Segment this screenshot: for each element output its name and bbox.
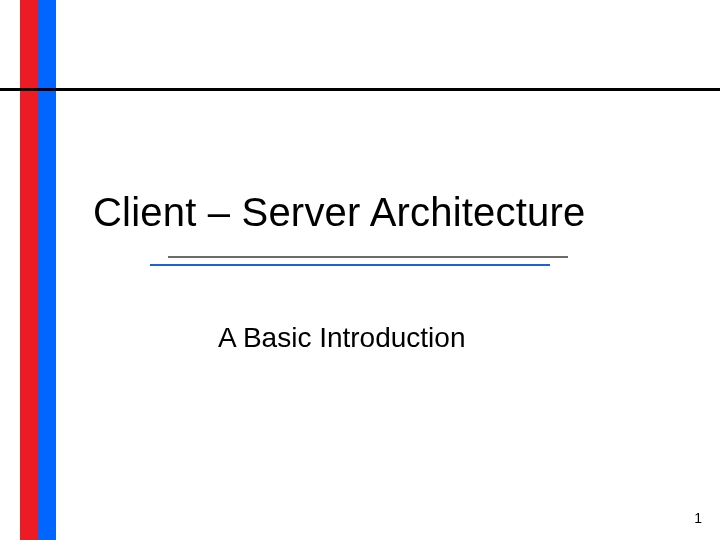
mid-rule-bottom bbox=[150, 264, 550, 266]
mid-rule-top bbox=[168, 256, 568, 258]
top-rule bbox=[0, 88, 720, 91]
slide-subtitle: A Basic Introduction bbox=[218, 322, 465, 354]
slide-title: Client – Server Architecture bbox=[93, 190, 693, 235]
stripe-blue bbox=[38, 0, 56, 540]
page-number: 1 bbox=[694, 510, 702, 526]
stripe-red bbox=[20, 0, 38, 540]
slide: Client – Server Architecture A Basic Int… bbox=[0, 0, 720, 540]
